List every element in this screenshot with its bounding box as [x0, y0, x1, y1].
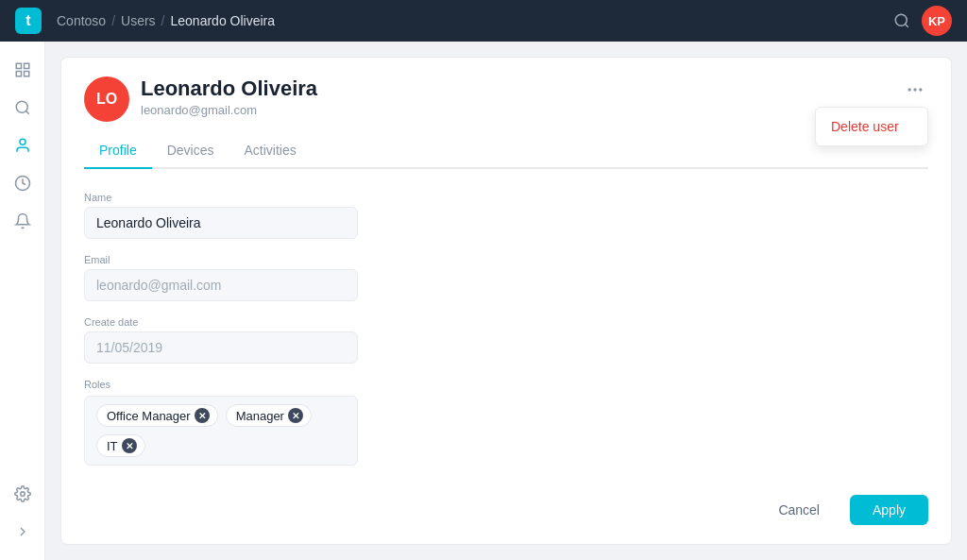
svg-point-13 [919, 88, 922, 91]
name-input[interactable]: Leonardo Oliveira [84, 207, 358, 239]
apply-button[interactable]: Apply [850, 495, 928, 525]
user-avatar-button[interactable]: KP [922, 6, 952, 36]
roles-label: Roles [84, 379, 928, 390]
role-tag-office-manager: Office Manager ✕ [96, 404, 218, 427]
role-tag-manager: Manager ✕ [226, 404, 312, 427]
profile-tabs: Profile Devices Activities [84, 133, 928, 169]
name-label: Name [84, 192, 928, 203]
tab-activities[interactable]: Activities [229, 133, 311, 169]
svg-rect-3 [24, 63, 28, 68]
breadcrumb: Contoso / Users / Leonardo Oliveira [57, 13, 893, 28]
main-layout: LO Leonardo Oliveira leonardo@gmail.com … [0, 42, 967, 560]
sidebar [0, 42, 45, 560]
role-manager-label: Manager [236, 409, 284, 423]
sidebar-item-clock[interactable] [6, 166, 40, 200]
user-avatar-large: LO [84, 76, 129, 122]
sidebar-item-settings[interactable] [6, 477, 40, 511]
top-nav-actions: KP [893, 6, 952, 36]
content-area: LO Leonardo Oliveira leonardo@gmail.com … [45, 42, 967, 560]
search-button[interactable] [893, 12, 910, 29]
role-office-manager-remove[interactable]: ✕ [195, 408, 210, 423]
profile-card-wrapper: LO Leonardo Oliveira leonardo@gmail.com … [60, 57, 952, 545]
email-label: Email [84, 254, 928, 265]
more-options-dropdown: Delete user [815, 107, 928, 146]
breadcrumb-users[interactable]: Users [121, 13, 156, 28]
svg-point-11 [908, 88, 911, 91]
name-field-group: Name Leonardo Oliveira [84, 192, 928, 239]
svg-point-10 [20, 492, 25, 497]
delete-user-option[interactable]: Delete user [816, 111, 927, 142]
breadcrumb-sep-2: / [161, 13, 165, 28]
svg-point-12 [913, 88, 916, 91]
svg-point-8 [20, 139, 25, 144]
user-name: Leonardo Oliveira [141, 76, 902, 101]
role-it-remove[interactable]: ✕ [122, 438, 137, 453]
svg-point-0 [895, 14, 907, 25]
email-field-group: Email leonardo@gmail.com [84, 254, 928, 301]
email-input[interactable]: leonardo@gmail.com [84, 269, 358, 301]
card-body: Name Leonardo Oliveira Email leonardo@gm… [61, 169, 951, 495]
svg-line-7 [25, 110, 28, 113]
sidebar-bottom [6, 477, 40, 549]
create-date-label: Create date [84, 316, 928, 328]
sidebar-item-users[interactable] [6, 128, 40, 162]
roles-section: Roles Office Manager ✕ Manager ✕ IT ✕ [84, 379, 928, 466]
breadcrumb-current: Leonardo Oliveira [171, 13, 276, 28]
roles-container: Office Manager ✕ Manager ✕ IT ✕ [84, 396, 358, 466]
svg-point-6 [16, 101, 27, 112]
create-date-input[interactable]: 11/05/2019 [84, 331, 358, 364]
role-manager-remove[interactable]: ✕ [288, 408, 303, 423]
card-header: LO Leonardo Oliveira leonardo@gmail.com … [61, 58, 951, 169]
svg-rect-4 [16, 72, 21, 76]
role-tag-it: IT ✕ [96, 434, 145, 457]
tab-profile[interactable]: Profile [84, 133, 152, 169]
sidebar-item-search[interactable] [6, 91, 40, 125]
role-office-manager-label: Office Manager [107, 409, 191, 423]
role-it-label: IT [107, 439, 118, 453]
breadcrumb-contoso[interactable]: Contoso [57, 13, 106, 28]
top-nav: t Contoso / Users / Leonardo Oliveira KP [0, 0, 967, 42]
app-logo: t [15, 8, 42, 34]
user-info: Leonardo Oliveira leonardo@gmail.com [141, 76, 902, 117]
tab-devices[interactable]: Devices [152, 133, 229, 169]
card-footer: Cancel Apply [61, 495, 951, 544]
breadcrumb-sep-1: / [111, 13, 115, 28]
sidebar-item-grid[interactable] [6, 53, 40, 87]
user-email: leonardo@gmail.com [141, 103, 902, 117]
svg-rect-5 [24, 72, 28, 76]
create-date-field-group: Create date 11/05/2019 [84, 316, 928, 364]
svg-rect-2 [16, 63, 21, 68]
sidebar-collapse-button[interactable] [6, 515, 40, 549]
cancel-button[interactable]: Cancel [759, 495, 839, 525]
sidebar-item-bell[interactable] [6, 204, 40, 238]
svg-line-1 [905, 24, 908, 26]
more-options-button[interactable] [902, 76, 928, 103]
